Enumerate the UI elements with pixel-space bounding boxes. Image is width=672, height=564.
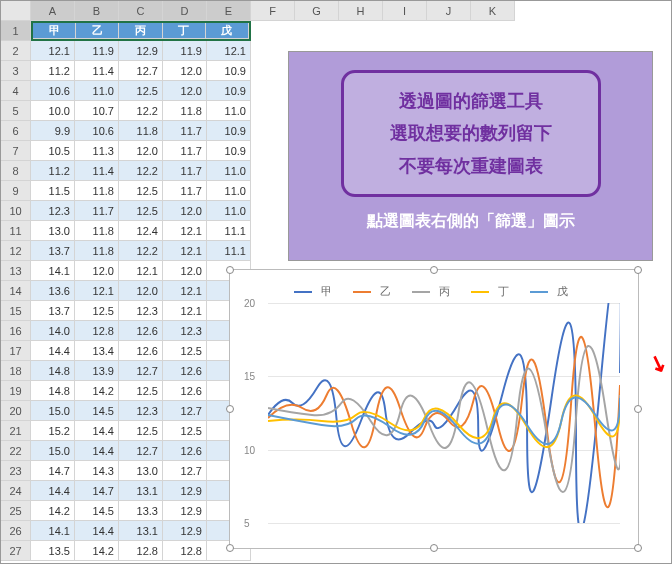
data-cell[interactable]: 12.7 [163,401,207,421]
data-cell[interactable]: 12.3 [119,301,163,321]
data-cell[interactable]: 11.5 [31,181,75,201]
row-header[interactable]: 7 [1,141,31,161]
data-cell[interactable]: 9.9 [31,121,75,141]
data-cell[interactable]: 10.0 [31,101,75,121]
data-cell[interactable]: 12.7 [119,61,163,81]
row-header[interactable]: 5 [1,101,31,121]
data-cell[interactable]: 14.0 [31,321,75,341]
chart-plot-area[interactable]: 20 15 10 5 [268,303,620,523]
data-cell[interactable]: 13.1 [119,481,163,501]
col-header[interactable]: C [119,1,163,21]
col-header[interactable]: A [31,1,75,21]
row-header[interactable]: 11 [1,221,31,241]
row-header[interactable]: 27 [1,541,31,561]
data-cell[interactable]: 13.9 [75,361,119,381]
data-cell[interactable]: 10.7 [75,101,119,121]
col-header[interactable]: D [163,1,207,21]
data-cell[interactable]: 11.1 [207,221,251,241]
row-header[interactable]: 17 [1,341,31,361]
data-cell[interactable]: 14.2 [31,501,75,521]
data-cell[interactable]: 12.1 [163,221,207,241]
col-header[interactable]: I [383,1,427,21]
data-cell[interactable]: 11.8 [75,181,119,201]
legend-item[interactable]: 丁 [471,285,515,297]
data-cell[interactable]: 12.5 [163,421,207,441]
row-header[interactable]: 14 [1,281,31,301]
data-cell[interactable]: 12.7 [163,461,207,481]
row-header[interactable]: 6 [1,121,31,141]
data-cell[interactable]: 13.7 [31,301,75,321]
data-cell[interactable]: 12.3 [163,321,207,341]
data-cell[interactable]: 12.6 [163,361,207,381]
row-header[interactable]: 9 [1,181,31,201]
data-cell[interactable]: 11.8 [163,101,207,121]
data-cell[interactable]: 11.7 [163,141,207,161]
data-cell[interactable]: 11.7 [75,201,119,221]
data-cell[interactable]: 14.3 [75,461,119,481]
data-cell[interactable]: 15.0 [31,441,75,461]
data-cell[interactable]: 12.1 [163,301,207,321]
legend-item[interactable]: 甲 [294,285,338,297]
data-cell[interactable]: 11.7 [163,161,207,181]
row-header[interactable]: 24 [1,481,31,501]
data-cell[interactable]: 12.5 [119,181,163,201]
data-cell[interactable]: 11.9 [75,41,119,61]
data-cell[interactable]: 13.0 [119,461,163,481]
data-cell[interactable]: 12.9 [163,521,207,541]
data-cell[interactable]: 12.1 [207,41,251,61]
row-header[interactable]: 1 [1,21,31,41]
data-cell[interactable]: 12.1 [75,281,119,301]
data-cell[interactable]: 13.1 [119,521,163,541]
data-cell[interactable]: 12.6 [119,321,163,341]
data-cell[interactable]: 11.0 [207,161,251,181]
data-cell[interactable]: 12.0 [163,201,207,221]
data-cell[interactable]: 12.5 [119,81,163,101]
data-cell[interactable]: 14.4 [31,481,75,501]
data-cell[interactable]: 14.4 [75,421,119,441]
col-header[interactable]: K [471,1,515,21]
data-cell[interactable]: 12.5 [119,201,163,221]
col-header[interactable]: F [251,1,295,21]
data-cell[interactable]: 15.0 [31,401,75,421]
data-cell[interactable]: 12.0 [119,141,163,161]
data-cell[interactable]: 12.2 [119,241,163,261]
row-header[interactable]: 18 [1,361,31,381]
data-cell[interactable]: 15.2 [31,421,75,441]
data-cell[interactable]: 12.0 [75,261,119,281]
row-header[interactable]: 21 [1,421,31,441]
row-header[interactable]: 2 [1,41,31,61]
data-cell[interactable]: 12.0 [163,81,207,101]
data-cell[interactable]: 12.5 [119,381,163,401]
data-cell[interactable]: 14.2 [75,381,119,401]
data-cell[interactable]: 12.7 [119,441,163,461]
data-cell[interactable]: 12.3 [119,401,163,421]
data-cell[interactable]: 11.0 [207,181,251,201]
data-cell[interactable]: 11.2 [31,61,75,81]
data-cell[interactable]: 14.7 [31,461,75,481]
chart-legend[interactable]: 甲 乙 丙 丁 戊 [238,278,630,301]
data-cell[interactable]: 11.1 [207,241,251,261]
data-cell[interactable]: 12.8 [75,321,119,341]
legend-item[interactable]: 戊 [530,285,574,297]
data-cell[interactable]: 13.4 [75,341,119,361]
data-cell[interactable]: 14.2 [75,541,119,561]
data-cell[interactable]: 10.5 [31,141,75,161]
legend-item[interactable]: 乙 [353,285,397,297]
data-cell[interactable]: 12.4 [119,221,163,241]
data-cell[interactable]: 11.8 [75,241,119,261]
select-all-cell[interactable] [1,1,31,21]
data-cell[interactable]: 12.5 [119,421,163,441]
row-header[interactable]: 4 [1,81,31,101]
data-cell[interactable]: 12.6 [119,341,163,361]
data-cell[interactable]: 10.6 [75,121,119,141]
row-header[interactable]: 15 [1,301,31,321]
data-cell[interactable]: 10.9 [207,121,251,141]
data-cell[interactable]: 11.7 [163,121,207,141]
data-cell[interactable]: 12.8 [163,541,207,561]
data-cell[interactable]: 12.9 [119,41,163,61]
row-header[interactable]: 25 [1,501,31,521]
row-header[interactable]: 10 [1,201,31,221]
data-cell[interactable]: 12.3 [31,201,75,221]
row-header[interactable]: 23 [1,461,31,481]
data-cell[interactable]: 12.9 [163,481,207,501]
